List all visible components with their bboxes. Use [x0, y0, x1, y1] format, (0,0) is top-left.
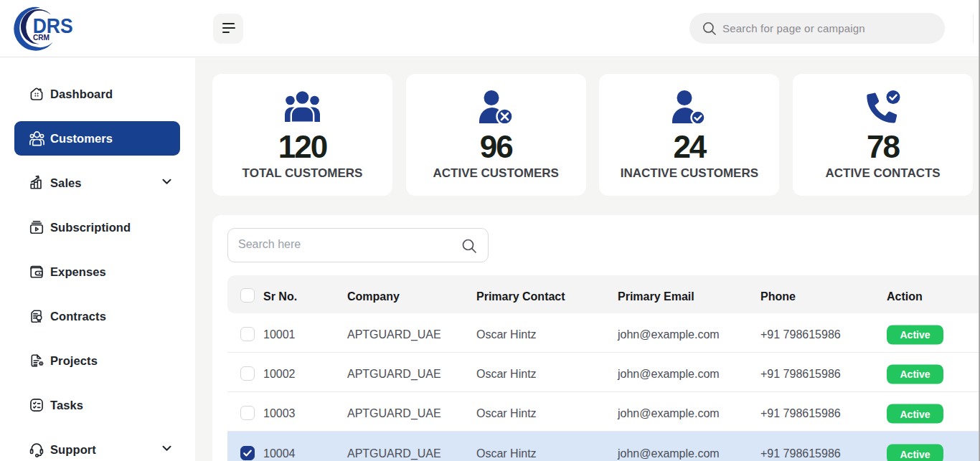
svg-text:CRM: CRM: [33, 34, 50, 42]
